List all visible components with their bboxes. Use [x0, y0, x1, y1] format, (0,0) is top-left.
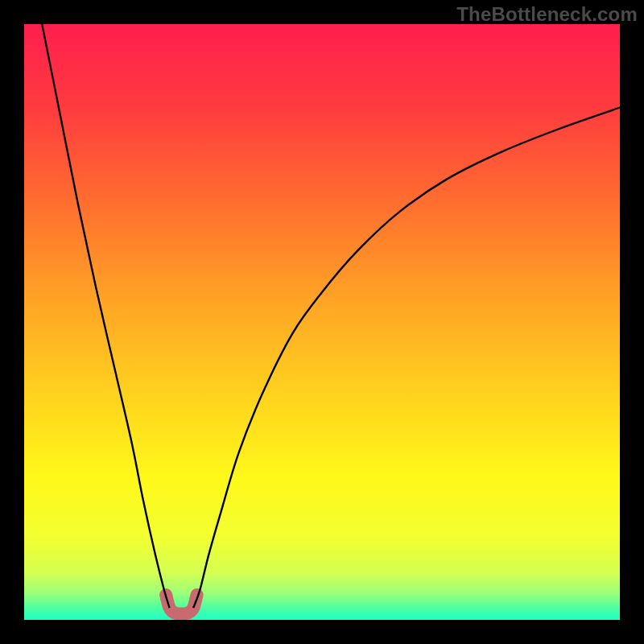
chart-plot-area: [24, 24, 620, 620]
watermark-text: TheBottleneck.com: [456, 3, 638, 26]
chart-stage: TheBottleneck.com: [0, 0, 644, 644]
chart-svg: [24, 24, 620, 620]
chart-background: [24, 24, 620, 620]
